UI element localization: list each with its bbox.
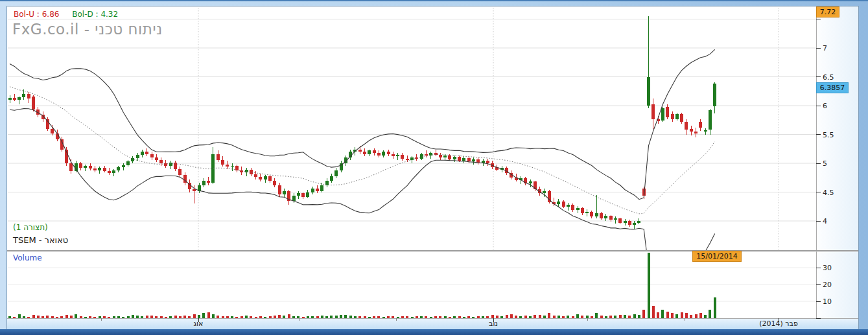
volume-bar <box>141 316 143 318</box>
volume-bar <box>619 315 622 318</box>
volume-bar <box>675 314 678 319</box>
volume-bar <box>624 315 626 318</box>
candle-body <box>235 166 239 170</box>
volume-bar <box>420 316 423 318</box>
volume-bar <box>354 316 357 318</box>
volume-bar <box>75 314 77 318</box>
candle-body <box>240 170 243 173</box>
candle-body <box>103 168 106 170</box>
volume-bar <box>250 316 252 318</box>
candle-body <box>713 84 716 106</box>
candle-body <box>377 153 381 156</box>
candle-body <box>543 191 546 194</box>
candle-body <box>112 170 115 173</box>
volume-bar <box>633 314 636 318</box>
axis-tick-label: 6.5 <box>823 73 834 82</box>
volume-bar <box>292 316 295 318</box>
volume-bar <box>60 316 63 318</box>
candle-body <box>13 98 16 100</box>
volume-bar <box>486 316 489 318</box>
volume-bar <box>500 316 503 318</box>
volume-bar <box>103 316 106 318</box>
bollinger-lower-value: Bol-D : 4.32 <box>72 10 118 19</box>
candle-body <box>254 174 257 177</box>
candle-body <box>155 157 158 160</box>
volume-bar <box>46 316 49 318</box>
volume-bar <box>690 315 692 318</box>
volume-bar <box>614 316 616 318</box>
volume-bar <box>463 317 465 318</box>
volume-bar <box>207 312 210 318</box>
volume-bar <box>548 313 550 318</box>
candle-body <box>576 208 580 210</box>
candle-body <box>401 155 404 159</box>
volume-bar <box>472 317 475 318</box>
candle-body <box>56 133 59 139</box>
candle-body <box>178 169 182 175</box>
window-frame-top <box>0 0 868 1</box>
candle-body <box>425 154 428 156</box>
volume-bar <box>434 316 437 318</box>
volume-bar <box>567 316 569 318</box>
volume-bar <box>235 317 238 318</box>
volume-bar <box>515 316 517 318</box>
volume-bar <box>321 316 323 318</box>
candle-body <box>150 154 154 157</box>
volume-bar <box>198 315 200 318</box>
candle-body <box>226 165 229 167</box>
price-chart-canvas: 76.565.554.54302010 <box>7 6 858 330</box>
candle-body <box>628 221 631 225</box>
volume-bar <box>89 316 91 318</box>
volume-bar <box>595 313 598 318</box>
volume-bar <box>8 316 11 318</box>
candle-body <box>358 150 362 152</box>
volume-bar <box>136 316 139 318</box>
volume-bar <box>524 316 527 318</box>
candle-body <box>609 216 613 220</box>
volume-bar <box>297 316 299 318</box>
candle-body <box>117 167 120 170</box>
symbol-label: TSEM - טאואר <box>13 235 68 245</box>
candle-body <box>647 77 650 106</box>
candle-body <box>363 152 366 154</box>
candle-body <box>373 150 376 153</box>
period-high-badge: 7.72 <box>816 6 839 17</box>
volume-bar <box>709 310 711 318</box>
volume-bar <box>340 315 342 318</box>
candle-body <box>27 94 30 98</box>
time-axis-label: אוג <box>194 319 204 328</box>
volume-bar <box>714 297 716 319</box>
volume-bar <box>316 316 319 318</box>
candle-body <box>8 98 12 100</box>
last-price-badge: 6.3857 <box>816 82 849 93</box>
candle-body <box>443 156 447 157</box>
volume-bar <box>32 315 35 318</box>
candle-body <box>557 202 560 204</box>
axis-tick-label: 6 <box>823 102 827 110</box>
volume-bar <box>496 316 499 318</box>
last-date-badge: 15/01/2014 <box>692 251 742 262</box>
candle-body <box>245 170 248 172</box>
candle-body <box>126 161 130 165</box>
bollinger-lower-line <box>10 109 715 285</box>
volume-bar <box>80 316 82 318</box>
axis-tick-label: 10 <box>823 297 832 306</box>
volume-bar <box>165 317 167 318</box>
volume-bar <box>283 316 285 318</box>
volume-bar <box>364 316 366 318</box>
candle-body <box>704 130 707 132</box>
candle-body <box>462 158 465 161</box>
volume-bar <box>557 316 560 318</box>
candle-body <box>699 122 702 128</box>
candle-body <box>297 193 300 196</box>
candle-body <box>448 156 451 159</box>
candle-body <box>651 104 655 119</box>
candle-body <box>406 159 409 160</box>
volume-bar <box>605 316 607 318</box>
candle-body <box>211 154 215 183</box>
candle-body <box>316 189 319 191</box>
volume-bar <box>444 316 447 318</box>
volume-bar <box>349 316 352 318</box>
volume-bar <box>169 316 172 318</box>
candle-body <box>472 159 475 162</box>
